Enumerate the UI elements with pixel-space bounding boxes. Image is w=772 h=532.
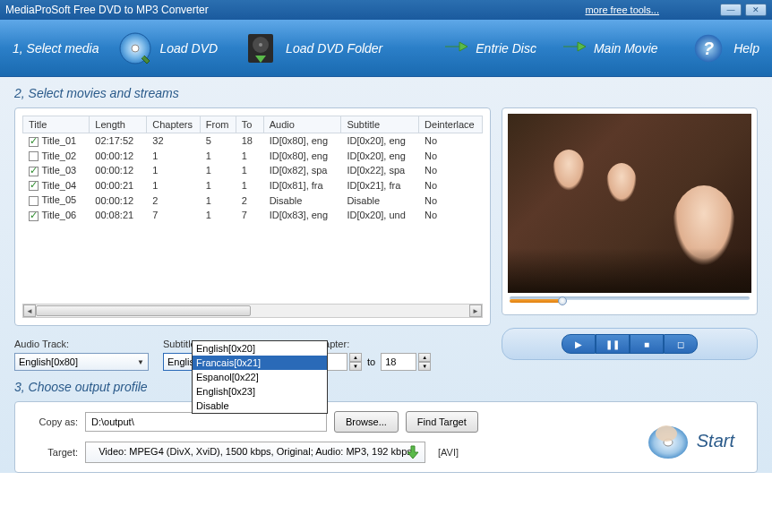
scroll-left-button[interactable]: ◄: [23, 305, 36, 317]
play-button[interactable]: ▶: [562, 334, 596, 354]
minimize-button[interactable]: —: [720, 4, 742, 16]
table-cell: 1: [236, 163, 263, 178]
table-cell: ID[0x82], spa: [263, 163, 341, 178]
dropdown-option[interactable]: English[0x20]: [193, 341, 327, 356]
target-profile-select[interactable]: Video: MPEG4 (DivX, XviD), 1500 kbps, Or…: [85, 442, 425, 463]
row-checkbox[interactable]: [29, 181, 39, 191]
chapter-to-label: to: [367, 356, 375, 367]
table-cell: 7: [236, 208, 263, 223]
scrollbar-thumb[interactable]: [36, 305, 251, 316]
dvd-folder-icon: [243, 30, 279, 66]
spin-down-button[interactable]: ▼: [418, 362, 431, 371]
table-cell: 00:00:12: [90, 193, 147, 208]
column-header[interactable]: Deinterlace: [419, 116, 483, 133]
slider-thumb[interactable]: [558, 296, 567, 305]
more-tools-link[interactable]: more free tools...: [585, 4, 659, 15]
main-movie-button[interactable]: Main Movie: [562, 39, 658, 56]
step1-label: 1, Select media: [13, 41, 99, 56]
table-row[interactable]: Title_0400:00:21111ID[0x81], fraID[0x21]…: [23, 178, 483, 193]
scroll-right-button[interactable]: ►: [469, 305, 482, 317]
section2-title: 2, Select movies and streams: [14, 86, 758, 100]
video-preview[interactable]: [508, 114, 751, 293]
entire-disc-button[interactable]: Entrie Disc: [443, 39, 536, 56]
browse-button[interactable]: Browse...: [334, 411, 399, 433]
pause-button[interactable]: ❚❚: [596, 334, 630, 354]
chapter-to-input[interactable]: [381, 353, 416, 371]
svg-point-1: [132, 45, 139, 52]
table-cell: 1: [200, 149, 236, 164]
table-row[interactable]: Title_0200:00:12111ID[0x80], engID[0x20]…: [23, 149, 483, 164]
playback-controls: ▶ ❚❚ ■ ◻: [502, 328, 758, 360]
stop-button[interactable]: ■: [630, 334, 664, 354]
table-cell: 00:08:21: [90, 208, 147, 223]
row-checkbox[interactable]: [29, 211, 39, 221]
load-folder-label: Load DVD Folder: [286, 41, 382, 56]
table-cell: 1: [147, 178, 201, 193]
column-header[interactable]: From: [200, 116, 236, 133]
table-cell: No: [419, 208, 483, 223]
spin-up-button[interactable]: ▲: [418, 353, 431, 362]
column-header[interactable]: Subtitle: [341, 116, 419, 133]
section3-title: 3, Choose output profile: [14, 380, 758, 394]
table-cell: Title_02: [23, 149, 90, 164]
horizontal-scrollbar[interactable]: ◄ ►: [22, 304, 483, 318]
dropdown-option[interactable]: Espanol[0x22]: [193, 370, 327, 384]
chapter-to-spinner[interactable]: ▲▼: [381, 353, 431, 371]
row-checkbox[interactable]: [29, 196, 39, 206]
row-checkbox[interactable]: [29, 137, 39, 147]
close-button[interactable]: ✕: [745, 4, 767, 16]
table-cell: 1: [200, 163, 236, 178]
table-cell: ID[0x20], eng: [341, 149, 419, 164]
spin-up-button[interactable]: ▲: [349, 353, 362, 362]
main-movie-label: Main Movie: [594, 41, 658, 56]
table-cell: 2: [236, 193, 263, 208]
dropdown-option[interactable]: English[0x23]: [193, 384, 327, 399]
playback-slider[interactable]: [510, 296, 750, 305]
subtitle-dropdown-list[interactable]: English[0x20]Francais[0x21]Espanol[0x22]…: [192, 340, 328, 414]
row-checkbox[interactable]: [29, 167, 39, 176]
table-row[interactable]: Title_0600:08:21717ID[0x83], engID[0x20]…: [23, 208, 483, 223]
find-target-button[interactable]: Find Target: [406, 411, 478, 433]
table-row[interactable]: Title_0500:00:12212DisableDisableNo: [23, 193, 483, 208]
target-profile-value: Video: MPEG4 (DivX, XviD), 1500 kbps, Or…: [99, 446, 412, 457]
table-cell: ID[0x20], eng: [341, 133, 419, 149]
table-cell: 00:00:12: [90, 163, 147, 178]
target-label: Target:: [24, 447, 78, 458]
table-cell: No: [419, 133, 483, 149]
dropdown-option[interactable]: Francais[0x21]: [193, 356, 327, 370]
table-cell: Title_06: [23, 208, 90, 223]
row-checkbox[interactable]: [29, 151, 39, 161]
spin-down-button[interactable]: ▼: [349, 362, 362, 371]
load-dvd-button[interactable]: Load DVD: [117, 30, 219, 66]
entire-disc-label: Entrie Disc: [476, 41, 536, 56]
table-cell: Disable: [341, 193, 419, 208]
table-row[interactable]: Title_0300:00:12111ID[0x82], spaID[0x22]…: [23, 163, 483, 178]
dropdown-option[interactable]: Disable: [193, 399, 327, 413]
table-cell: Title_05: [23, 193, 90, 208]
start-label: Start: [697, 431, 734, 451]
load-folder-button[interactable]: Load DVD Folder: [243, 30, 382, 66]
column-header[interactable]: Length: [90, 116, 147, 133]
audio-track-select[interactable]: English[0x80] ▼: [14, 353, 149, 371]
table-cell: 1: [200, 178, 236, 193]
column-header[interactable]: Chapters: [147, 116, 201, 133]
column-header[interactable]: Title: [23, 116, 90, 133]
preview-panel: [502, 107, 758, 315]
download-arrow-icon: [407, 445, 419, 459]
table-cell: 1: [147, 163, 201, 178]
svg-text:?: ?: [703, 39, 714, 58]
help-button[interactable]: ? Help: [691, 30, 759, 66]
table-cell: 2: [147, 193, 201, 208]
column-header[interactable]: Audio: [263, 116, 341, 133]
movies-table: TitleLengthChaptersFromToAudioSubtitleDe…: [22, 116, 483, 223]
movies-table-panel: TitleLengthChaptersFromToAudioSubtitleDe…: [14, 107, 491, 326]
snapshot-button[interactable]: ◻: [664, 334, 698, 354]
start-button[interactable]: Start: [647, 419, 734, 462]
table-cell: ID[0x21], fra: [341, 178, 419, 193]
table-row[interactable]: Title_0102:17:5232518ID[0x80], engID[0x2…: [23, 133, 483, 149]
table-cell: ID[0x20], und: [341, 208, 419, 223]
output-path-input[interactable]: [85, 412, 327, 432]
table-cell: 1: [236, 149, 263, 164]
toolbar: 1, Select media Load DVD Load DVD Folder…: [0, 20, 772, 77]
column-header[interactable]: To: [236, 116, 263, 133]
